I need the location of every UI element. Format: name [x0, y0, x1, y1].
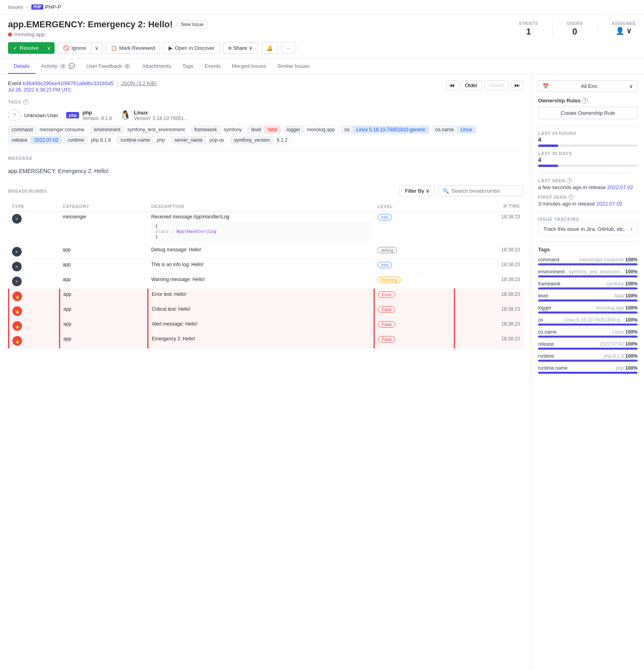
- tag-value[interactable]: symfony_test_environment: [124, 126, 188, 133]
- ignore-button[interactable]: 🚫 Ignore: [58, 42, 91, 54]
- ignore-dropdown[interactable]: ∨: [91, 42, 102, 54]
- tag-key: server_name: [171, 136, 206, 144]
- sidebar-tag-key: os: [538, 317, 543, 323]
- first-seen-release-link[interactable]: 2022.07.02: [596, 201, 622, 207]
- td-level: Error: [374, 289, 454, 304]
- event-id-link[interactable]: b36449c290ee41f88761a8dbc33165d5: [23, 80, 114, 86]
- tag-value[interactable]: symfony: [221, 126, 245, 133]
- sidebar-tag-meta: messenger:consume 100%: [579, 257, 638, 263]
- divider-r1: [538, 126, 638, 126]
- table-row: 🔥appError test: Hello!Error18:38:23: [9, 289, 524, 304]
- tag-value[interactable]: messenger:consume: [37, 126, 87, 133]
- last-seen-info-icon[interactable]: ?: [567, 178, 572, 183]
- issue-subtitle: monolog.app: [8, 31, 519, 37]
- share-chevron: ∨: [249, 45, 253, 51]
- tag-value[interactable]: 6.1.2: [274, 136, 291, 144]
- stats-section: LAST 24 HOURS 4 LAST 30 DAYS 4: [538, 131, 638, 167]
- tab-events[interactable]: Events: [199, 59, 226, 74]
- first-seen-info-icon[interactable]: ?: [568, 194, 574, 200]
- tab-activity[interactable]: Activity 0 💬: [35, 59, 81, 74]
- tab-attachments[interactable]: Attachments: [136, 59, 177, 74]
- notifications-button[interactable]: 🔔: [261, 42, 278, 54]
- divider-r3: [538, 212, 638, 212]
- sidebar-tag-bar: [538, 360, 638, 362]
- sidebar-tag-value: Linux 5.18.10-76051810-g...: [564, 317, 624, 323]
- breadcrumb-current: PHP PHP-P: [31, 4, 61, 10]
- search-breadcrumbs-input[interactable]: [451, 188, 519, 194]
- tag-value[interactable]: monolog.app: [304, 126, 338, 133]
- last-30d-bar-container: [538, 165, 638, 167]
- td-type: 🔥: [9, 289, 60, 304]
- ownership-title: Ownership Rules ?: [538, 98, 638, 104]
- issue-tracking-label: ISSUE TRACKING: [538, 217, 638, 222]
- filter-by-button[interactable]: Filter By ∨: [400, 185, 435, 196]
- tab-tags[interactable]: Tags: [177, 59, 199, 74]
- tag-value[interactable]: Linux 5.18.10-76051810-generic: [353, 126, 429, 133]
- actions-bar: ✓ Resolve ∨ 🚫 Ignore ∨ 📋 Mark Reviewed ▶…: [0, 37, 644, 59]
- sidebar-tag-header: logger monolog.app 100%: [538, 305, 638, 311]
- resolve-button[interactable]: ✓ Resolve: [8, 42, 43, 54]
- env-selector[interactable]: 📅 All Env ∨: [538, 80, 638, 92]
- tags-info-icon[interactable]: ?: [23, 99, 28, 105]
- tab-details[interactable]: Details: [8, 59, 35, 74]
- open-discover-button[interactable]: ▶ Open in Discover: [163, 42, 220, 54]
- td-category: messenger: [59, 212, 148, 244]
- level-badge: debug: [378, 247, 397, 253]
- assignee-icon[interactable]: 👤 ∨: [611, 26, 636, 35]
- level-badge: Info: [378, 214, 392, 220]
- td-description: Warning message: Hello!: [148, 274, 374, 289]
- td-type: 🔥: [9, 334, 60, 348]
- tag-value[interactable]: pop-os: [206, 136, 228, 144]
- mark-reviewed-button[interactable]: 📋 Mark Reviewed: [106, 42, 160, 54]
- td-type: >: [9, 244, 60, 259]
- td-time: 18:38:23: [454, 259, 523, 274]
- event-separator: |: [117, 80, 118, 86]
- tag-value[interactable]: php: [154, 136, 168, 144]
- tab-merged-issues[interactable]: Merged Issues: [226, 59, 272, 74]
- share-button[interactable]: Share ∨: [223, 42, 258, 54]
- create-ownership-rule-button[interactable]: Create Ownership Rule: [538, 107, 638, 119]
- tab-user-feedback[interactable]: User Feedback 0: [81, 59, 136, 74]
- last-24h-label: LAST 24 HOURS: [538, 131, 638, 136]
- nav-first-button[interactable]: ⏮: [446, 80, 458, 90]
- td-level: Fatal: [374, 319, 454, 334]
- breadcrumbs-header-row: TYPE CATEGORY DESCRIPTION LEVEL ⇄ TIME: [9, 201, 524, 212]
- left-panel: Event b36449c290ee41f88761a8dbc33165d5 |…: [0, 74, 532, 670]
- breadcrumb-issues-link[interactable]: Issues: [8, 4, 23, 10]
- td-category: app: [59, 289, 148, 304]
- nav-newer-button[interactable]: Newer: [484, 80, 508, 90]
- sidebar-tag-row: environment symfony_test_environm... 100…: [538, 269, 638, 277]
- more-button[interactable]: ···: [281, 42, 296, 54]
- stat-divider-2: [597, 21, 597, 37]
- status-dot: [8, 33, 12, 37]
- td-time: 18:38:23: [454, 244, 523, 259]
- last-seen-release-link[interactable]: 2022.07.02: [607, 184, 633, 190]
- sidebar-tag-header: runtime.name php 100%: [538, 365, 638, 371]
- unknown-user-block: ? Unknown User: [8, 109, 58, 122]
- td-description: Emergency 2: Hello!: [148, 334, 374, 348]
- tab-similar-issues[interactable]: Similar Issues: [272, 59, 315, 74]
- sidebar-tag-bar: [538, 263, 638, 265]
- tracking-box[interactable]: Track this issue in Jira, GitHub, etc. ›: [538, 222, 638, 236]
- sidebar-tag-pct: 100%: [625, 353, 638, 359]
- search-breadcrumbs[interactable]: 🔍: [438, 185, 523, 196]
- terminal-icon: >: [12, 277, 22, 286]
- tag-value[interactable]: Linux: [457, 126, 475, 133]
- tag-item: symfony_version6.1.2: [230, 136, 291, 144]
- sidebar-tag-value: messenger:consume: [579, 257, 624, 263]
- nav-last-button[interactable]: ⏭: [511, 80, 523, 90]
- resolve-dropdown[interactable]: ∨: [43, 42, 55, 54]
- nav-older-button[interactable]: Older: [461, 80, 482, 90]
- tag-value[interactable]: 2022.07.02: [31, 136, 61, 144]
- tag-value[interactable]: php 8.1.8: [87, 136, 114, 144]
- ownership-section: Ownership Rules ? Create Ownership Rule: [538, 98, 638, 119]
- event-json-link[interactable]: JSON (3.2 KiB): [121, 80, 157, 86]
- review-icon: 📋: [111, 45, 117, 51]
- tracking-chevron: ›: [631, 226, 632, 232]
- ownership-info-icon[interactable]: ?: [582, 98, 588, 104]
- tag-value[interactable]: fatal: [265, 126, 280, 133]
- sidebar-tag-pct: 100%: [625, 365, 638, 371]
- fire-icon: 🔥: [12, 321, 22, 331]
- breadcrumbs-table: TYPE CATEGORY DESCRIPTION LEVEL ⇄ TIME >…: [8, 201, 523, 348]
- td-time: 18:38:23: [454, 289, 523, 304]
